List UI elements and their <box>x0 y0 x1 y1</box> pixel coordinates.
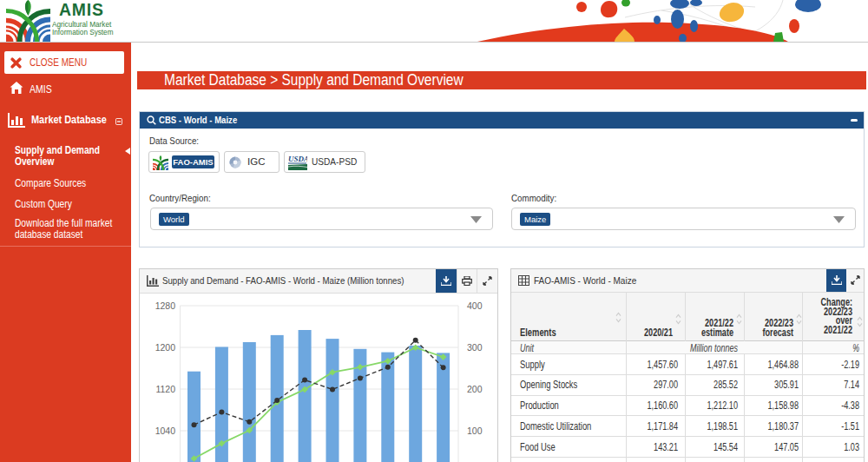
svg-text:100: 100 <box>467 426 483 436</box>
svg-text:1120: 1120 <box>155 384 175 394</box>
svg-text:200: 200 <box>467 384 483 394</box>
svg-text:300: 300 <box>467 342 483 353</box>
svg-text:1040: 1040 <box>155 426 176 436</box>
svg-text:USDA: USDA <box>288 155 307 163</box>
svg-text:1200: 1200 <box>155 342 176 353</box>
svg-text:400: 400 <box>467 300 483 311</box>
svg-text:1280: 1280 <box>155 300 176 311</box>
